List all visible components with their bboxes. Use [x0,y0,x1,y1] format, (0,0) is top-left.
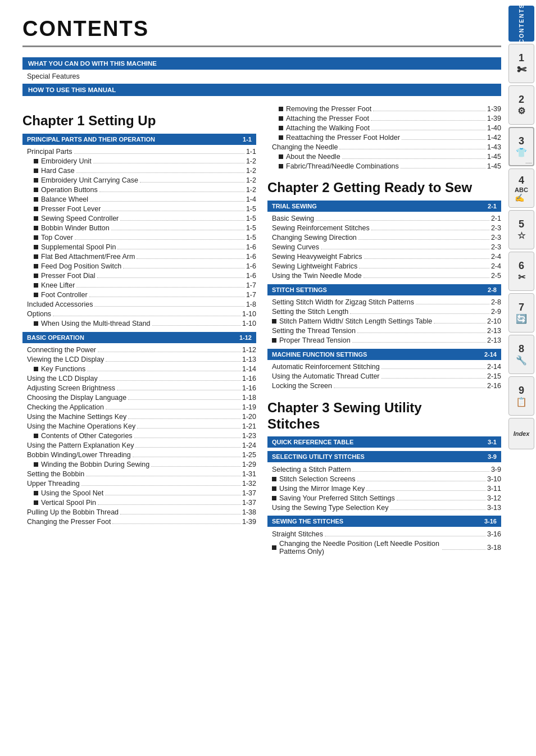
entry-label: Supplemental Spool Pin [41,243,116,251]
entry-page: 1-39 [487,115,501,122]
list-item: Using the LCD Display1-16 [22,374,256,384]
entry-label: Fabric/Thread/Needle Combinations [286,162,399,170]
list-item: Flat Bed Attachment/Free Arm1-6 [22,252,256,262]
bullet-icon [272,477,276,481]
bullet-icon [272,338,276,343]
list-item: Setting the Bobbin1-31 [22,470,256,479]
list-item: Embroidery Unit Carrying Case1-2 [22,176,256,185]
selecting-stitches-header: SELECTING UTILITY STITCHES 3-9 [267,451,501,462]
list-item: Included Accessories1-8 [22,300,256,309]
sidebar-tab-ch8[interactable]: 8 🔧 [508,335,534,374]
ch2-num: 2 [519,94,524,106]
ch6-icon: ✂ [518,272,525,283]
entry-dots [74,153,244,154]
entry-dots [373,111,485,111]
entry-dots [137,428,240,429]
entry-dots [434,323,485,324]
entry-label: Operation Buttons [41,186,98,194]
entry-page: 1-1 [246,148,256,156]
list-item: Choosing the Display Language1-18 [22,393,256,403]
entry-page: 1-18 [242,394,256,402]
sidebar-tab-ch1[interactable]: 1 ✄ [508,44,534,83]
entry-dots [352,342,485,343]
sidebar-tab-ch5[interactable]: 5 ☆ [508,210,534,249]
entry-label: Checking the Application [27,403,104,411]
entry-page: 1-20 [242,413,256,421]
entry-page: 2-10 [487,317,501,325]
sidebar: CONTENTS 1 ✄ 2 ⚙ 3 👕 ...... 4 ABC✍ 5 ☆ [507,0,536,756]
entry-page: 3-16 [487,530,501,538]
entry-dots [120,514,240,514]
list-item: Sewing Reinforcement Stitches2-3 [267,224,501,233]
entry-dots [416,304,489,304]
entry-label: Automatic Reinforcement Stitching [272,363,380,371]
how-banner: HOW TO USE THIS MANUAL [22,84,501,96]
ch1-num: 1 [519,52,524,64]
sidebar-tab-ch6[interactable]: 6 ✂ [508,252,534,291]
sidebar-tab-ch2[interactable]: 2 ⚙ [508,85,534,125]
entry-page: 1-40 [487,124,501,132]
entry-page: 3-13 [487,504,501,512]
sidebar-tab-index[interactable]: Index [508,418,534,449]
entry-dots [89,297,244,297]
bullet-icon [34,159,38,163]
entry-dots [359,268,489,268]
entry-label: Adjusting Screen Brightness [27,384,115,392]
sidebar-tab-ch7[interactable]: 7 🔄 [508,293,534,333]
entry-dots [134,438,240,438]
list-item: Reattaching the Presser Foot Holder1-42 [267,133,501,142]
entry-dots [402,139,485,140]
entry-label: Proper Thread Tension [279,336,351,344]
bullet-icon [34,283,38,288]
list-item: Knee Lifter1-7 [22,281,256,290]
sidebar-tab-contents[interactable]: CONTENTS [508,6,534,42]
entry-page: 1-10 [242,320,256,327]
entry-label: Setting the Thread Tension [272,327,356,335]
entry-page: 1-43 [487,143,501,151]
entry-page: 2-15 [487,372,501,380]
list-item: Changing the Needle1-43 [267,142,501,152]
principal-parts-header: PRINCIPAL PARTS AND THEIR OPERATION 1-1 [22,134,256,145]
entry-dots [358,239,489,240]
entry-page: 1-39 [487,105,501,113]
entry-label: Selecting a Stitch Pattern [272,466,351,473]
entry-page: 1-29 [242,461,256,468]
entry-label: Foot Controller [41,291,88,299]
contents-tab-label: CONTENTS [519,6,525,42]
entry-dots [94,306,244,307]
entry-dots [117,249,244,249]
entry-label: Using the Mirror Image Key [279,485,365,493]
ch2-icon: ⚙ [517,106,525,116]
list-item: Changing the Needle Position (Left Needl… [267,539,501,556]
sidebar-tab-ch4[interactable]: 4 ABC✍ [508,168,534,208]
entry-label: Attaching the Presser Foot [286,115,369,122]
ch6-num: 6 [519,260,524,272]
sidebar-tab-ch3[interactable]: 3 👕 ...... [508,127,534,166]
entry-label: Using the Machine Operations Key [27,422,135,430]
entry-label: Attaching the Walking Foot [286,124,370,132]
machine-function-entries: Automatic Reinforcement Stitching2-14Usi… [267,362,501,391]
entry-page: 2-16 [487,382,501,390]
bullet-icon [34,197,38,202]
list-item: Viewing the LCD Display1-13 [22,355,256,365]
entry-page: 2-13 [487,327,501,335]
list-item: Options1-10 [22,309,256,319]
ch4-num: 4 [519,175,524,186]
entry-dots [133,457,240,457]
list-item: Foot Controller1-7 [22,290,256,300]
ch8-num: 8 [519,343,524,355]
entry-dots [86,476,240,476]
list-item: Selecting a Stitch Pattern3-9 [267,464,501,474]
entry-page: 1-2 [246,157,256,165]
entry-label: Setting the Stitch Length [272,308,348,316]
list-item: Bobbin Winding/Lower Threading1-25 [22,450,256,460]
list-item: Sewing Lightweight Fabrics2-4 [267,262,501,271]
entry-label: About the Needle [286,153,340,161]
entry-page: 1-8 [246,300,256,308]
entry-label: Straight Stitches [272,530,323,538]
entry-page: 2-5 [491,272,501,280]
list-item: Using the Automatic Thread Cutter2-15 [267,372,501,381]
list-item: Using the Mirror Image Key3-11 [267,484,501,493]
sidebar-tab-ch9[interactable]: 9 📋 [508,376,534,416]
selecting-stitches-entries: Selecting a Stitch Pattern3-9Stitch Sele… [267,464,501,512]
